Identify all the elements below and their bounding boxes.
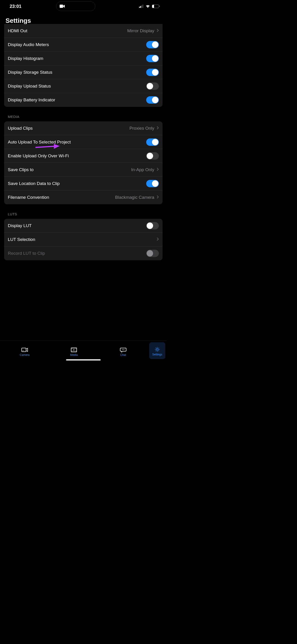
- row-label: Auto Upload To Selected Project: [8, 140, 71, 145]
- home-indicator[interactable]: [66, 359, 100, 360]
- row-save-location-data: Save Location Data to Clip: [4, 177, 162, 190]
- row-display-lut: Display LUT: [4, 219, 162, 233]
- row-label: Display Upload Status: [8, 84, 51, 89]
- svg-point-9: [23, 350, 24, 351]
- status-icons: 26: [139, 4, 160, 8]
- chevron-right-icon: [156, 28, 159, 33]
- svg-line-26: [156, 350, 156, 351]
- row-auto-upload: Auto Upload To Selected Project: [4, 135, 162, 149]
- row-value: Blackmagic Camera: [115, 195, 154, 200]
- group-display: HDMI Out Mirror Display Display Audio Me…: [4, 24, 162, 107]
- row-value: Proxies Only: [130, 126, 154, 131]
- dynamic-island: [56, 2, 95, 11]
- row-value: Mirror Display: [127, 28, 154, 34]
- row-label: LUT Selection: [8, 237, 35, 242]
- svg-rect-0: [60, 4, 63, 8]
- row-hdmi-out[interactable]: HDMI Out Mirror Display: [4, 24, 162, 38]
- row-label: Display Histogram: [8, 56, 43, 61]
- row-label: Filename Convention: [8, 195, 49, 200]
- svg-rect-3: [141, 5, 142, 8]
- svg-point-15: [122, 349, 123, 350]
- row-label: Display LUT: [8, 223, 32, 228]
- svg-line-23: [156, 348, 156, 348]
- row-upload-clips[interactable]: Upload Clips Proxies Only: [4, 122, 162, 135]
- svg-point-10: [24, 350, 24, 351]
- row-label: Save Clips to: [8, 167, 34, 172]
- settings-content: HDMI Out Mirror Display Display Audio Me…: [0, 24, 167, 341]
- gear-icon: [154, 347, 160, 352]
- svg-rect-1: [139, 7, 140, 8]
- tab-label: Chat: [120, 353, 126, 356]
- chevron-right-icon: [156, 195, 159, 200]
- wifi-icon: [146, 4, 150, 8]
- row-display-battery-indicator: Display Battery Indicator: [4, 93, 162, 107]
- svg-line-24: [158, 350, 159, 351]
- row-label: Display Audio Meters: [8, 42, 49, 47]
- svg-marker-14: [74, 350, 74, 350]
- tab-label: Settings: [152, 353, 162, 356]
- media-icon: [71, 347, 77, 352]
- chevron-right-icon: [156, 126, 159, 130]
- cellular-icon: [139, 4, 144, 8]
- tab-chat[interactable]: Chat: [98, 341, 148, 362]
- toggle-record-lut: [146, 250, 159, 257]
- status-bar: 23:01 26: [0, 0, 167, 12]
- toggle-wifi-only[interactable]: [146, 152, 159, 160]
- toggle-upload-status[interactable]: [146, 82, 159, 90]
- toggle-audio-meters[interactable]: [146, 41, 159, 48]
- row-label: Record LUT to Clip: [8, 251, 45, 256]
- tab-media[interactable]: Media: [49, 341, 98, 362]
- row-wifi-only: Enable Upload Only Over Wi-Fi: [4, 149, 162, 163]
- row-label: Save Location Data to Clip: [8, 181, 60, 186]
- row-label: HDMI Out: [8, 28, 27, 34]
- svg-point-8: [22, 350, 23, 351]
- row-label: Upload Clips: [8, 126, 33, 131]
- toggle-display-lut[interactable]: [146, 222, 159, 230]
- group-media: Upload Clips Proxies Only Auto Upload To…: [4, 122, 162, 204]
- svg-line-25: [158, 348, 159, 348]
- row-label: Display Battery Indicator: [8, 98, 55, 102]
- status-time: 23:01: [10, 4, 22, 9]
- toggle-battery-indicator[interactable]: [146, 96, 159, 104]
- toggle-storage-status[interactable]: [146, 69, 159, 76]
- toggle-save-location[interactable]: [146, 180, 159, 187]
- row-lut-selection[interactable]: LUT Selection: [4, 233, 162, 246]
- tab-bar: Camera Media Chat Settings: [0, 341, 167, 362]
- svg-point-18: [156, 348, 158, 350]
- svg-point-16: [123, 349, 124, 350]
- row-display-histogram: Display Histogram: [4, 52, 162, 66]
- row-display-storage-status: Display Storage Status: [4, 66, 162, 79]
- tab-camera[interactable]: Camera: [0, 341, 49, 362]
- section-header-media: MEDIA: [0, 108, 167, 120]
- chevron-right-icon: [156, 168, 159, 172]
- tab-label: Camera: [20, 353, 30, 356]
- tab-label: Media: [70, 353, 78, 356]
- row-display-audio-meters: Display Audio Meters: [4, 38, 162, 52]
- row-display-upload-status: Display Upload Status: [4, 79, 162, 93]
- toggle-histogram[interactable]: [146, 55, 159, 62]
- camera-icon: [22, 347, 28, 352]
- svg-rect-2: [140, 6, 141, 8]
- row-record-lut: Record LUT to Clip: [4, 246, 162, 260]
- row-value: In-App Only: [131, 167, 154, 172]
- chat-icon: [120, 347, 126, 352]
- row-label: Enable Upload Only Over Wi-Fi: [8, 154, 69, 158]
- battery-indicator: 26: [152, 4, 160, 8]
- group-luts: Display LUT LUT Selection Record LUT to …: [4, 219, 162, 260]
- toggle-auto-upload[interactable]: [146, 138, 159, 146]
- row-filename-convention[interactable]: Filename Convention Blackmagic Camera: [4, 190, 162, 204]
- svg-point-17: [124, 349, 124, 350]
- svg-rect-4: [142, 4, 144, 8]
- chevron-right-icon: [156, 237, 159, 242]
- row-label: Display Storage Status: [8, 70, 52, 75]
- camera-indicator-icon: [60, 4, 65, 8]
- svg-rect-7: [22, 348, 26, 352]
- section-header-luts: LUTS: [0, 205, 167, 218]
- tab-settings[interactable]: Settings: [149, 342, 165, 359]
- row-save-clips-to[interactable]: Save Clips to In-App Only: [4, 163, 162, 177]
